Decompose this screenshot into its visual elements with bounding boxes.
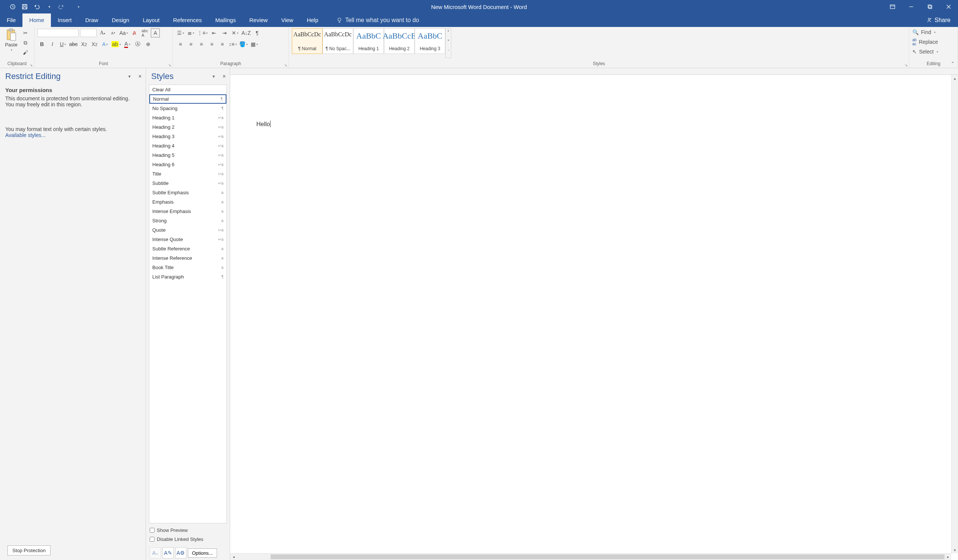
redo-icon[interactable] [56, 2, 67, 12]
align-right-icon[interactable]: ≡ [197, 40, 206, 49]
clipboard-dialog-icon[interactable]: ↘ [30, 63, 33, 67]
scroll-right-icon[interactable]: ▸ [945, 554, 951, 560]
style-gallery-scroll[interactable]: ▴ ▾ ⌄ [445, 29, 451, 58]
hscroll-thumb[interactable] [271, 554, 945, 559]
numbering-icon[interactable]: ≣▾ [186, 29, 195, 37]
collapse-ribbon-icon[interactable]: ⌃ [951, 61, 955, 66]
clear-formatting-icon[interactable]: A̷ [130, 29, 139, 37]
character-border-icon[interactable]: A [151, 29, 160, 37]
bold-icon[interactable]: B [37, 40, 46, 49]
document-page[interactable]: Hello [256, 121, 271, 128]
restrict-pane-dropdown-icon[interactable]: ▾ [128, 74, 131, 79]
style-row-heading-6[interactable]: Heading 6↵a [149, 160, 227, 169]
sort-icon[interactable]: A↓Z [241, 29, 251, 37]
tab-insert[interactable]: Insert [51, 13, 79, 27]
subscript-icon[interactable]: X2 [80, 40, 89, 49]
style-row-intense-quote[interactable]: Intense Quote↵a [149, 235, 227, 244]
style-row-clear-all[interactable]: Clear All [149, 85, 227, 94]
maximize-icon[interactable] [921, 0, 939, 13]
scroll-left-icon[interactable]: ◂ [230, 554, 237, 560]
change-case-icon[interactable]: Aa▾ [119, 29, 128, 37]
cut-icon[interactable]: ✂ [21, 29, 30, 37]
show-preview-checkbox[interactable]: Show Preview [150, 525, 226, 535]
tab-layout[interactable]: Layout [136, 13, 166, 27]
borders-icon[interactable]: ▦▾ [250, 40, 259, 49]
horizontal-scrollbar[interactable]: ◂ ▸ [230, 553, 951, 560]
style-row-heading-1[interactable]: Heading 1↵a [149, 113, 227, 122]
style-row-heading-3[interactable]: Heading 3↵a [149, 132, 227, 141]
style-row-intense-emphasis[interactable]: Intense Emphasisa [149, 207, 227, 216]
multilevel-icon[interactable]: ⋮≡▾ [197, 29, 208, 37]
font-dialog-icon[interactable]: ↘ [168, 63, 171, 67]
style-card-3[interactable]: AaBbCcEHeading 2 [384, 29, 415, 54]
scroll-down-icon[interactable]: ▾ [952, 547, 958, 553]
style-card-0[interactable]: AaBbCcDc¶ Normal [292, 29, 323, 54]
replace-button[interactable]: abacReplace [912, 37, 938, 46]
align-left-icon[interactable]: ≡ [176, 40, 185, 49]
hscroll-track[interactable] [237, 554, 945, 560]
restrict-pane-close-icon[interactable]: ✕ [138, 74, 142, 79]
scroll-up-icon[interactable]: ▴ [952, 75, 958, 82]
show-marks-icon[interactable]: ¶ [252, 29, 262, 37]
underline-icon[interactable]: U▾ [59, 40, 67, 49]
highlight-icon[interactable]: ab▾ [111, 40, 122, 49]
style-row-strong[interactable]: Stronga [149, 216, 227, 225]
available-styles-link[interactable]: Available styles... [5, 132, 46, 138]
text-effects-icon[interactable]: A▾ [101, 40, 109, 49]
save-icon[interactable] [19, 2, 30, 12]
style-inspector-icon[interactable]: A✎ [162, 547, 174, 558]
style-row-book-title[interactable]: Book Titlea [149, 263, 227, 272]
tell-me[interactable]: Tell me what you want to do [336, 17, 419, 24]
shrink-font-icon[interactable]: A▾ [108, 29, 117, 37]
tab-draw[interactable]: Draw [79, 13, 105, 27]
line-spacing-icon[interactable]: ↕≡▾ [228, 40, 237, 49]
style-row-heading-5[interactable]: Heading 5↵a [149, 151, 227, 160]
disable-linked-checkbox[interactable]: Disable Linked Styles [150, 535, 226, 544]
find-button[interactable]: 🔍Find▾ [912, 28, 936, 36]
minimize-icon[interactable] [902, 0, 921, 13]
character-shading-icon[interactable]: ⊕ [144, 40, 153, 49]
paste-button[interactable]: Paste ▾ [3, 29, 19, 52]
phonetic-guide-icon[interactable]: abcA [140, 29, 149, 37]
style-card-1[interactable]: AaBbCcDc¶ No Spac... [323, 29, 353, 54]
close-icon[interactable] [939, 0, 958, 13]
select-button[interactable]: ↖Select▾ [912, 47, 938, 56]
style-row-subtitle[interactable]: Subtitle↵a [149, 179, 227, 188]
increase-indent-icon[interactable]: ⇥ [220, 29, 229, 37]
enclose-icon[interactable]: Ⓐ [133, 40, 142, 49]
tab-help[interactable]: Help [300, 13, 325, 27]
format-painter-icon[interactable]: 🖌 [21, 48, 30, 57]
tab-references[interactable]: References [166, 13, 208, 27]
tab-home[interactable]: Home [22, 13, 51, 27]
superscript-icon[interactable]: X2 [90, 40, 99, 49]
style-row-normal[interactable]: Normal¶ [149, 94, 227, 104]
tab-mailings[interactable]: Mailings [208, 13, 243, 27]
decrease-indent-icon[interactable]: ⇤ [209, 29, 219, 37]
style-row-no-spacing[interactable]: No Spacing¶ [149, 104, 227, 113]
new-style-icon[interactable]: A₊ [150, 547, 161, 558]
strike-icon[interactable]: abc [69, 40, 78, 49]
font-family-combo[interactable] [37, 29, 79, 37]
styles-pane-close-icon[interactable]: ✕ [222, 74, 226, 79]
styles-pane-dropdown-icon[interactable]: ▾ [213, 74, 215, 79]
style-row-title[interactable]: Title↵a [149, 169, 227, 179]
ribbon-display-icon[interactable] [883, 0, 902, 13]
autosave-icon[interactable] [8, 2, 18, 12]
tab-review[interactable]: Review [243, 13, 274, 27]
style-row-intense-reference[interactable]: Intense Referencea [149, 254, 227, 263]
align-center-icon[interactable]: ≡ [186, 40, 195, 49]
font-color-icon[interactable]: A▾ [123, 40, 132, 49]
undo-dropdown-icon[interactable]: ▼ [44, 2, 55, 12]
italic-icon[interactable]: I [48, 40, 57, 49]
undo-icon[interactable] [32, 2, 42, 12]
asian-layout-icon[interactable]: ✕▾ [230, 29, 240, 37]
stop-protection-button[interactable]: Stop Protection [8, 546, 51, 555]
copy-icon[interactable]: ⧉ [21, 38, 30, 47]
vertical-scrollbar[interactable]: ▴ ▾ [951, 75, 958, 553]
ruler[interactable] [230, 68, 958, 75]
font-size-combo[interactable] [80, 29, 97, 37]
style-row-list-paragraph[interactable]: List Paragraph¶ [149, 272, 227, 281]
shading-icon[interactable]: 🪣▾ [239, 40, 248, 49]
justify-icon[interactable]: ≡ [207, 40, 216, 49]
options-button[interactable]: Options... [188, 548, 217, 558]
